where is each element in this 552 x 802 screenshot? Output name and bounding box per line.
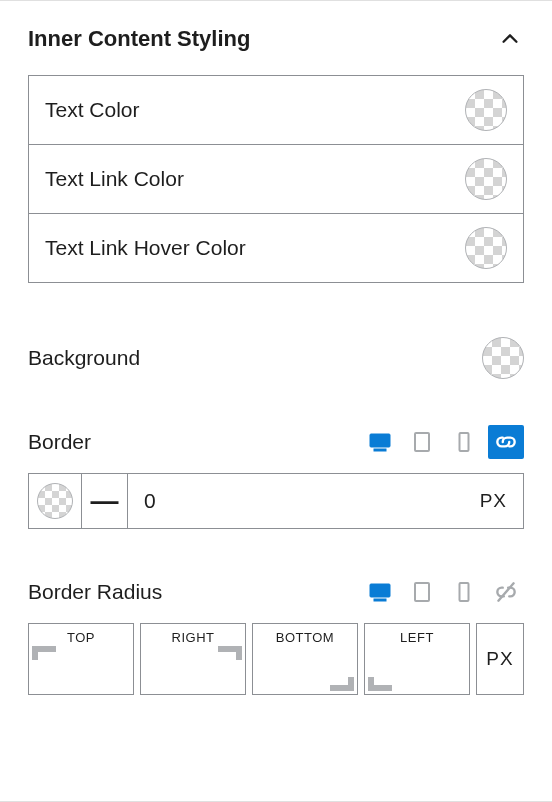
svg-rect-3 [460,433,469,451]
background-row: Background [28,337,524,379]
radius-bottom-label: BOTTOM [276,630,334,645]
svg-rect-0 [370,434,390,447]
radius-top-input[interactable]: TOP [28,623,134,695]
radius-unit-button[interactable]: PX [476,623,524,695]
corner-top-right-icon [218,646,242,660]
svg-rect-1 [374,449,386,451]
svg-line-8 [498,583,513,600]
panel-title: Inner Content Styling [28,26,250,52]
link-values-button[interactable] [488,425,524,459]
text-link-hover-color-label: Text Link Hover Color [45,236,246,260]
border-radius-label: Border Radius [28,580,162,604]
svg-rect-2 [415,433,429,451]
mobile-icon[interactable] [446,425,482,459]
border-unit[interactable]: PX [480,490,507,512]
border-width-input[interactable]: 0 PX [128,474,523,528]
text-link-hover-color-row[interactable]: Text Link Hover Color [29,213,523,282]
radius-right-label: RIGHT [172,630,215,645]
color-swatch-icon[interactable] [465,89,507,131]
tablet-icon[interactable] [404,575,440,609]
background-swatch[interactable] [482,337,524,379]
border-style-button[interactable]: — [82,474,128,528]
svg-rect-6 [415,583,429,601]
radius-right-input[interactable]: RIGHT [140,623,246,695]
border-input: — 0 PX [28,473,524,529]
border-radius-row: Border Radius [28,575,524,609]
collapse-icon[interactable] [496,25,524,53]
color-swatch-icon[interactable] [465,227,507,269]
radius-bottom-input[interactable]: BOTTOM [252,623,358,695]
text-color-row[interactable]: Text Color [29,76,523,144]
background-label: Background [28,346,140,370]
desktop-icon[interactable] [362,575,398,609]
border-color-swatch[interactable] [29,474,82,528]
mobile-icon[interactable] [446,575,482,609]
border-row: Border [28,425,524,459]
corner-top-left-icon [32,646,56,660]
color-swatch-icon[interactable] [465,158,507,200]
radius-left-label: LEFT [400,630,434,645]
svg-rect-7 [460,583,469,601]
border-radius-grid: TOP RIGHT BOTTOM LEFT PX [28,623,524,695]
text-color-list: Text Color Text Link Color Text Link Hov… [28,75,524,283]
tablet-icon[interactable] [404,425,440,459]
svg-rect-4 [370,584,390,597]
radius-top-label: TOP [67,630,95,645]
radius-unit-label: PX [486,648,513,670]
text-link-color-row[interactable]: Text Link Color [29,144,523,213]
svg-rect-5 [374,599,386,601]
corner-bottom-right-icon [330,677,354,691]
text-link-color-label: Text Link Color [45,167,184,191]
panel-header[interactable]: Inner Content Styling [28,1,524,75]
unlink-values-button[interactable] [488,575,524,609]
desktop-icon[interactable] [362,425,398,459]
radius-left-input[interactable]: LEFT [364,623,470,695]
border-width-value: 0 [144,489,156,513]
corner-bottom-left-icon [368,677,392,691]
text-color-label: Text Color [45,98,140,122]
border-label: Border [28,430,91,454]
